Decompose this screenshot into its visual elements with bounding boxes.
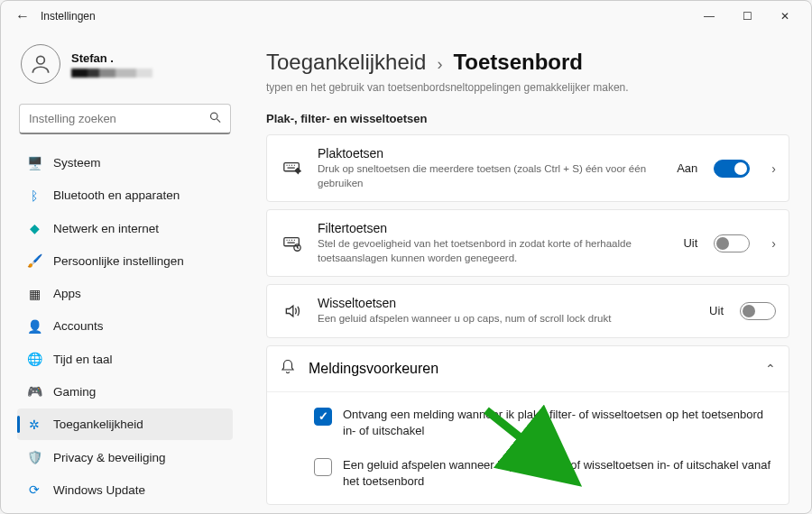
nav-icon: ▦ — [26, 287, 42, 301]
sidebar-item-persoonlijke-instellingen[interactable]: 🖌️Persoonlijke instellingen — [17, 245, 233, 277]
sidebar-item-label: Apps — [53, 287, 81, 300]
sidebar-item-label: Bluetooth en apparaten — [53, 188, 180, 202]
filter-keys-title: Filtertoetsen — [318, 221, 670, 235]
main-content: Toegankelijkheid › Toetsenbord typen en … — [245, 32, 811, 513]
svg-point-0 — [37, 56, 45, 64]
sticky-keys-title: Plaktoetsen — [318, 146, 664, 161]
nav: 🖥️SysteemᛒBluetooth en apparaten◆Netwerk… — [17, 147, 233, 506]
maximize-button[interactable]: ☐ — [728, 4, 766, 29]
sidebar-item-label: Gaming — [53, 385, 96, 399]
user-block[interactable]: Stefan . — [17, 39, 233, 96]
notification-prefs-body: Ontvang een melding wanneer ik plak-, fi… — [267, 391, 789, 505]
notify-label-2: Een geluid afspelen wanneer ik plak-, fi… — [343, 457, 772, 490]
chevron-right-icon: › — [437, 55, 442, 74]
sidebar-item-windows-update[interactable]: ⟳Windows Update — [17, 474, 233, 506]
sidebar-item-systeem[interactable]: 🖥️Systeem — [17, 147, 233, 179]
chevron-right-icon[interactable]: › — [771, 236, 776, 251]
sidebar-item-bluetooth-en-apparaten[interactable]: ᛒBluetooth en apparaten — [17, 179, 233, 211]
nav-icon: 🖌️ — [26, 253, 42, 268]
sidebar-item-label: Netwerk en internet — [53, 222, 159, 235]
nav-icon: 👤 — [26, 319, 42, 334]
back-button[interactable]: ← — [8, 8, 37, 24]
sidebar-item-label: Tijd en taal — [53, 353, 113, 366]
clipped-description: typen en het gebruik van toetsenbordsnel… — [266, 80, 789, 106]
nav-icon: 🛡️ — [26, 450, 42, 464]
nav-icon: ✲ — [26, 418, 42, 432]
sidebar-item-apps[interactable]: ▦Apps — [17, 278, 233, 309]
notification-prefs-header[interactable]: Meldingsvoorkeuren ⌃ — [267, 346, 789, 391]
titlebar: ← Instellingen — ☐ ✕ — [1, 1, 811, 32]
toggle-keys-sub: Een geluid afspelen wanneer u op caps, n… — [318, 312, 697, 326]
toggle-keys-toggle[interactable] — [740, 302, 776, 320]
sidebar-item-label: Toegankelijkheid — [53, 418, 143, 431]
nav-icon: ⟳ — [26, 482, 42, 497]
filter-keys-state: Uit — [683, 236, 697, 250]
toggle-keys-state: Uit — [709, 304, 724, 317]
notify-option-1[interactable]: Ontvang een melding wanneer ik plak-, fi… — [310, 398, 776, 448]
notify-label-1: Ontvang een melding wanneer ik plak-, fi… — [343, 407, 772, 439]
page-title: Toetsenbord — [453, 50, 583, 75]
sidebar-item-gaming[interactable]: 🎮Gaming — [17, 376, 233, 408]
section-heading: Plak-, filter- en wisseltoetsen — [266, 112, 789, 125]
toggle-keys-title: Wisseltoetsen — [318, 296, 697, 310]
keyboard-pointer-icon — [280, 159, 305, 179]
settings-window: ← Instellingen — ☐ ✕ Stefan . — [0, 0, 812, 514]
sidebar-item-label: Windows Update — [53, 483, 145, 497]
minimize-button[interactable]: — — [690, 4, 728, 29]
search-input[interactable] — [19, 104, 231, 134]
svg-line-2 — [217, 119, 220, 123]
user-sub-redacted — [71, 69, 152, 78]
chevron-up-icon: ⌃ — [765, 362, 776, 376]
sidebar: Stefan . 🖥️SysteemᛒBluetooth en apparate… — [1, 32, 245, 513]
search-wrap — [19, 104, 231, 134]
keyboard-clock-icon — [280, 234, 305, 253]
sticky-keys-state: Aan — [677, 161, 697, 175]
notify-checkbox-1[interactable] — [314, 408, 332, 426]
bell-icon — [280, 359, 296, 379]
nav-icon: ᛒ — [26, 188, 42, 203]
nav-icon: 🖥️ — [26, 156, 42, 170]
sticky-keys-toggle[interactable] — [714, 160, 750, 178]
sidebar-item-toegankelijkheid[interactable]: ✲Toegankelijkheid — [17, 408, 233, 440]
filter-keys-row[interactable]: Filtertoetsen Stel de gevoeligheid van h… — [266, 209, 789, 277]
chevron-right-icon[interactable]: › — [771, 161, 776, 176]
toggle-keys-row[interactable]: Wisseltoetsen Een geluid afspelen wannee… — [266, 284, 789, 338]
sidebar-item-label: Persoonlijke instellingen — [53, 254, 184, 268]
breadcrumb-parent[interactable]: Toegankelijkheid — [266, 50, 426, 75]
user-name: Stefan . — [71, 51, 152, 65]
nav-icon: ◆ — [26, 221, 42, 235]
notify-checkbox-2[interactable] — [314, 458, 332, 476]
nav-icon: 🌐 — [26, 352, 42, 366]
window-title: Instellingen — [41, 10, 96, 23]
breadcrumb: Toegankelijkheid › Toetsenbord — [266, 32, 789, 80]
avatar — [21, 44, 60, 84]
sidebar-item-label: Accounts — [53, 319, 104, 333]
notify-option-2[interactable]: Een geluid afspelen wanneer ik plak-, fi… — [310, 448, 776, 499]
sidebar-item-label: Privacy & beveiliging — [53, 451, 166, 464]
sound-icon — [280, 302, 305, 320]
sticky-keys-row[interactable]: Plaktoetsen Druk op sneltoetsen die meer… — [266, 134, 789, 202]
sidebar-item-accounts[interactable]: 👤Accounts — [17, 310, 233, 342]
notification-prefs-expander: Meldingsvoorkeuren ⌃ Ontvang een melding… — [266, 345, 789, 506]
filter-keys-toggle[interactable] — [714, 234, 750, 252]
close-button[interactable]: ✕ — [766, 4, 804, 29]
filter-keys-sub: Stel de gevoeligheid van het toetsenbord… — [318, 237, 670, 265]
sidebar-item-label: Systeem — [53, 156, 101, 170]
svg-point-1 — [211, 113, 218, 120]
sticky-keys-sub: Druk op sneltoetsen die meerdere toetsen… — [318, 162, 664, 190]
sidebar-item-tijd-en-taal[interactable]: 🌐Tijd en taal — [17, 344, 233, 375]
notification-prefs-title: Meldingsvoorkeuren — [309, 361, 743, 377]
search-icon — [208, 111, 222, 128]
sidebar-item-netwerk-en-internet[interactable]: ◆Netwerk en internet — [17, 213, 233, 244]
nav-icon: 🎮 — [26, 384, 42, 399]
sidebar-item-privacy-beveiliging[interactable]: 🛡️Privacy & beveiliging — [17, 441, 233, 473]
